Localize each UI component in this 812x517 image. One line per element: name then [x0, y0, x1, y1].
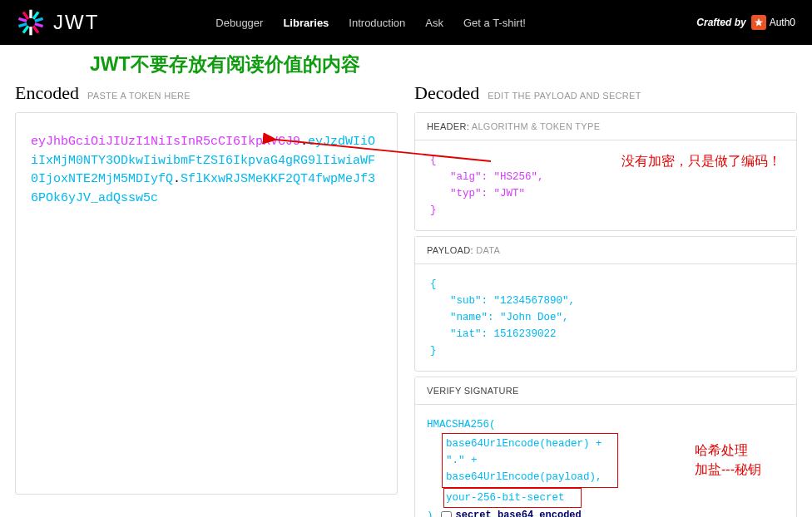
decoded-title: Decoded [414, 82, 479, 104]
nav-ask[interactable]: Ask [425, 17, 443, 29]
decoded-signature-section: VERIFY SIGNATURE 哈希处理 加盐---秘钥 HMACSHA256… [414, 377, 797, 517]
secret-input[interactable] [446, 492, 579, 504]
sig-encode-box: base64UrlEncode(header) + "." + base64Ur… [442, 433, 618, 488]
logo-group[interactable]: JWT [17, 8, 99, 37]
nav-introduction[interactable]: Introduction [349, 17, 405, 29]
decoded-header-section: HEADER: ALGORITHM & TOKEN TYPE 没有加密，只是做了… [414, 112, 797, 231]
decoded-header-body[interactable]: 没有加密，只是做了编码！ { "alg": "HS256", "typ": "J… [415, 140, 796, 230]
encoded-token-box[interactable]: eyJhbGciOiJIUzI1NiIsInR5cCI6IkpXVCJ9.eyJ… [15, 112, 398, 495]
nav-libraries[interactable]: Libraries [283, 17, 329, 29]
svg-rect-1 [29, 27, 32, 35]
decoded-payload-section: PAYLOAD: DATA { "sub": "1234567890", "na… [414, 236, 797, 372]
annotation-hash: 哈希处理 [695, 440, 748, 461]
annotation-salt: 加盐---秘钥 [695, 459, 761, 480]
signature-label: VERIFY SIGNATURE [427, 386, 519, 396]
auth0-icon [751, 15, 766, 30]
annotation-main-green: JWT不要存放有阅读价值的内容 [0, 45, 812, 82]
crafted-by[interactable]: Crafted by Auth0 [696, 15, 795, 30]
sig-fn: HMACSHA256( [427, 416, 785, 433]
decoded-column: Decoded EDIT THE PAYLOAD AND SECRET HEAD… [414, 82, 797, 517]
decoded-heading: Decoded EDIT THE PAYLOAD AND SECRET [414, 82, 797, 104]
decoded-payload-bar: PAYLOAD: DATA [415, 237, 796, 264]
secret-base64-label: secret base64 encoded [456, 508, 582, 517]
sig-line2: base64UrlEncode(payload), [446, 469, 614, 485]
auth0-label: Auth0 [770, 17, 795, 28]
decoded-payload-body[interactable]: { "sub": "1234567890", "name": "John Doe… [415, 264, 796, 371]
sig-secret-box [443, 488, 582, 508]
header-sublabel: ALGORITHM & TOKEN TYPE [469, 121, 600, 131]
payload-sublabel: DATA [473, 245, 500, 255]
secret-base64-checkbox[interactable] [441, 511, 452, 518]
decoded-header-bar: HEADER: ALGORITHM & TOKEN TYPE [415, 113, 796, 140]
sig-close-paren: ) [427, 508, 433, 517]
encoded-title: Encoded [15, 82, 79, 104]
crafted-by-label: Crafted by [696, 17, 745, 28]
top-navbar: JWT Debugger Libraries Introduction Ask … [0, 0, 812, 45]
payload-label: PAYLOAD: [427, 245, 473, 255]
nav-debugger[interactable]: Debugger [215, 17, 263, 29]
encoded-subtitle: PASTE A TOKEN HERE [87, 91, 191, 101]
logo-text: JWT [53, 11, 99, 34]
decoded-signature-bar: VERIFY SIGNATURE [415, 377, 796, 405]
jwt-logo-icon [17, 8, 45, 37]
encoded-heading: Encoded PASTE A TOKEN HERE [15, 82, 398, 104]
decoded-subtitle: EDIT THE PAYLOAD AND SECRET [488, 91, 641, 101]
header-label: HEADER: [427, 121, 469, 131]
encoded-column: Encoded PASTE A TOKEN HERE eyJhbGciOiJIU… [15, 82, 398, 517]
main-content: Encoded PASTE A TOKEN HERE eyJhbGciOiJIU… [0, 82, 812, 517]
nav-links: Debugger Libraries Introduction Ask Get … [215, 17, 526, 29]
decoded-signature-body: 哈希处理 加盐---秘钥 HMACSHA256( base64UrlEncode… [415, 405, 796, 517]
annotation-no-encrypt: 没有加密，只是做了编码！ [621, 150, 781, 172]
token-header-part: eyJhbGciOiJIUzI1NiIsInR5cCI6IkpXVCJ9 [31, 135, 300, 149]
nav-tshirt[interactable]: Get a T-shirt! [463, 17, 526, 29]
svg-rect-0 [29, 10, 32, 18]
sig-line1: base64UrlEncode(header) + "." + [446, 436, 614, 469]
